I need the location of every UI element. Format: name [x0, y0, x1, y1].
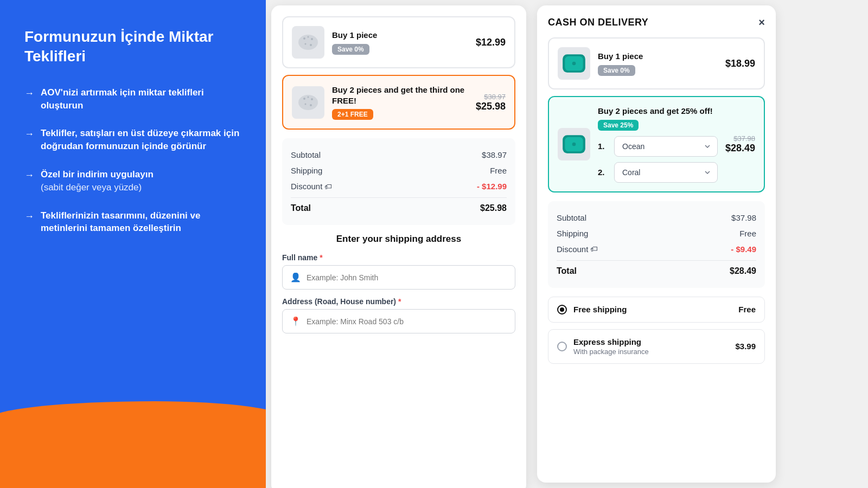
svg-point-9: [303, 98, 305, 100]
cod-header: CASH ON DELIVERY ×: [548, 16, 765, 29]
right-shipping-row: Shipping Free: [557, 226, 756, 241]
middle-card-1[interactable]: Buy 1 piece Save 0% $12.99: [282, 16, 515, 68]
middle-total-value: $25.98: [480, 203, 507, 213]
variant-num-2: 2.: [598, 168, 609, 177]
close-button[interactable]: ×: [758, 16, 765, 29]
right-discount-label: Discount 🏷: [557, 245, 598, 254]
right-shipping-label: Shipping: [557, 229, 588, 238]
middle-discount-row: Discount 🏷 - $12.99: [291, 178, 507, 194]
left-item-3: → Özel bir indirim uygulayın (sabit değe…: [24, 168, 241, 194]
middle-panel: Buy 1 piece Save 0% $12.99 Buy 2 pieces …: [271, 5, 526, 488]
right-total-row: Total $28.49: [557, 260, 756, 279]
arrow-icon-1: →: [24, 87, 34, 100]
right-subtotal-row: Subtotal $37.98: [557, 210, 756, 226]
address-label: Address (Road, House number) *: [282, 297, 515, 306]
left-title: Formunuzun İçinde Miktar Teklifleri: [24, 27, 241, 67]
middle-card-1-info: Buy 1 piece Save 0%: [332, 30, 468, 55]
middle-card-1-price: $12.99: [476, 37, 506, 48]
address-input-wrapper[interactable]: 📍: [282, 309, 515, 333]
middle-card-1-price-current: $12.99: [476, 37, 506, 48]
variant-num-1: 1.: [598, 142, 609, 151]
svg-point-10: [308, 96, 309, 98]
radio-dot-free: [560, 307, 564, 312]
full-name-input-wrapper[interactable]: 👤: [282, 265, 515, 290]
svg-point-2: [303, 37, 305, 40]
required-star-address: *: [398, 297, 401, 306]
right-card-1-info: Buy 1 piece Save 0%: [598, 51, 718, 76]
middle-product-image-1: [292, 26, 324, 59]
free-shipping-price: Free: [738, 305, 756, 314]
variant-row-2: 2. Ocean Coral Blue Green: [598, 162, 718, 183]
left-item-sub-3: (sabit değer veya yüzde): [41, 181, 154, 194]
right-card-2[interactable]: Buy 2 pieces and get 25% off! Save 25% 1…: [548, 96, 765, 192]
middle-card-2-price: $38.97 $25.98: [476, 93, 506, 112]
left-item-text-4: Tekliflerinizin tasarımını, düzenini ve …: [41, 209, 241, 235]
middle-card-1-title: Buy 1 piece: [332, 30, 468, 41]
middle-subtotal-value: $38.97: [482, 150, 507, 159]
right-discount-value: - $9.49: [731, 245, 756, 254]
svg-point-4: [311, 38, 313, 40]
right-card-2-info: Buy 2 pieces and get 25% off! Save 25% 1…: [598, 106, 718, 183]
svg-point-13: [310, 104, 312, 106]
right-product-image-1: [558, 47, 590, 80]
left-item-text-3: Özel bir indirim uygulayın: [41, 168, 154, 181]
right-total-value: $28.49: [730, 266, 756, 276]
shipping-option-express[interactable]: Express shipping With package insurance …: [548, 329, 765, 364]
form-section-title: Enter your shipping address: [282, 234, 515, 245]
free-shipping-name: Free shipping: [573, 305, 732, 314]
svg-point-6: [310, 44, 312, 46]
full-name-input[interactable]: [307, 273, 507, 282]
svg-point-3: [308, 36, 309, 38]
right-tag-icon: 🏷: [590, 245, 598, 253]
right-discount-row: Discount 🏷 - $9.49: [557, 241, 756, 257]
full-name-label: Full name *: [282, 253, 515, 262]
middle-shipping-label: Shipping: [291, 166, 322, 175]
right-card-1-price: $18.99: [725, 58, 755, 69]
variant-select-1[interactable]: Ocean Coral Blue Green: [614, 136, 718, 157]
middle-discount-value: - $12.99: [477, 182, 507, 191]
right-panel: CASH ON DELIVERY × Buy 1 piece Save 0% $…: [537, 5, 776, 483]
left-item-4: → Tekliflerinizin tasarımını, düzenini v…: [24, 209, 241, 235]
required-star-name: *: [320, 253, 322, 262]
location-icon: 📍: [290, 316, 301, 326]
middle-card-1-badge: Save 0%: [332, 44, 369, 55]
right-card-2-title: Buy 2 pieces and get 25% off!: [598, 106, 718, 117]
right-card-1-badge: Save 0%: [598, 65, 635, 76]
middle-card-2[interactable]: Buy 2 pieces and get the third one FREE!…: [282, 75, 515, 130]
middle-card-2-badge: 2+1 FREE: [332, 109, 373, 120]
svg-point-5: [305, 43, 307, 45]
right-card-1-title: Buy 1 piece: [598, 51, 718, 62]
cod-title: CASH ON DELIVERY: [548, 17, 648, 28]
svg-point-19: [572, 142, 576, 146]
right-total-label: Total: [557, 266, 577, 276]
right-card-2-price: $37.98 $28.49: [725, 134, 755, 154]
variant-select-2[interactable]: Ocean Coral Blue Green: [614, 162, 718, 183]
middle-shipping-value: Free: [490, 166, 507, 175]
radio-free[interactable]: [557, 305, 567, 314]
free-shipping-info: Free shipping: [573, 305, 732, 314]
left-item-text-1: AOV'nizi artırmak için miktar teklifleri…: [41, 86, 241, 112]
right-card-1-current-price: $18.99: [725, 58, 755, 69]
middle-card-2-current-price: $25.98: [476, 101, 506, 112]
right-order-summary: Subtotal $37.98 Shipping Free Discount 🏷…: [548, 201, 765, 288]
shipping-option-free[interactable]: Free shipping Free: [548, 297, 765, 323]
right-card-2-original-price: $37.98: [725, 134, 755, 143]
express-shipping-name: Express shipping: [573, 337, 729, 346]
person-icon: 👤: [290, 272, 301, 282]
right-shipping-value: Free: [739, 229, 756, 238]
radio-express[interactable]: [557, 342, 567, 351]
arrow-icon-3: →: [24, 169, 34, 182]
middle-card-2-original-price: $38.97: [476, 93, 506, 101]
address-input[interactable]: [307, 317, 507, 326]
middle-card-2-title: Buy 2 pieces and get the third one FREE!: [332, 85, 468, 106]
middle-total-row: Total $25.98: [291, 197, 507, 216]
left-item-2: → Teklifler, satışları en üst düzeye çık…: [24, 127, 241, 153]
middle-subtotal-row: Subtotal $38.97: [291, 147, 507, 163]
middle-subtotal-label: Subtotal: [291, 150, 321, 159]
svg-point-11: [311, 98, 313, 100]
tag-icon: 🏷: [324, 182, 332, 191]
left-item-text-2: Teklifler, satışları en üst düzeye çıkar…: [41, 127, 241, 153]
right-card-1[interactable]: Buy 1 piece Save 0% $18.99: [548, 37, 765, 89]
svg-point-12: [305, 103, 307, 105]
middle-card-2-info: Buy 2 pieces and get the third one FREE!…: [332, 85, 468, 120]
